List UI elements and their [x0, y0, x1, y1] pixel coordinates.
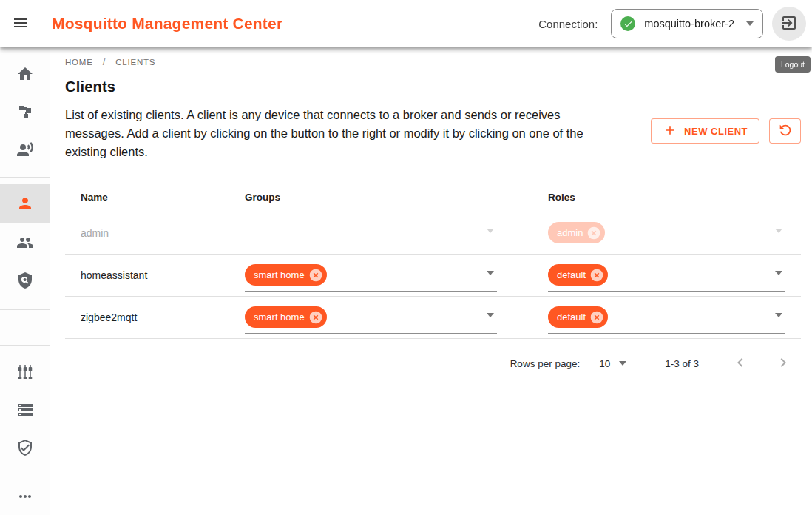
- client-name: homeassistant: [65, 269, 245, 281]
- breadcrumb-home-link[interactable]: HOME: [65, 58, 93, 67]
- main-content: HOME / CLIENTS Clients List of existing …: [50, 47, 812, 388]
- breadcrumb: HOME / CLIENTS: [65, 56, 801, 67]
- pagination: Rows per page: 10 1-3 of 3: [65, 339, 801, 388]
- groups-cell: smart home: [245, 301, 548, 334]
- chip-delete-icon[interactable]: [308, 310, 323, 325]
- sidebar-group: [0, 477, 50, 515]
- chevron-down-icon: [775, 229, 782, 233]
- connection-label: Connection:: [538, 18, 598, 30]
- people-icon: [16, 234, 34, 252]
- table-row-homeassistant[interactable]: homeassistantsmart homedefault: [65, 255, 801, 297]
- chip-smart-home[interactable]: smart home: [245, 264, 327, 286]
- shield-check-icon: [16, 439, 34, 457]
- table-body: adminadminhomeassistantsmart homedefault…: [65, 212, 801, 339]
- chip-label: default: [557, 312, 586, 323]
- chevron-down-icon: [487, 313, 494, 317]
- groups-select[interactable]: smart home: [245, 259, 497, 292]
- chip-label: default: [557, 269, 586, 280]
- chevron-down-icon: [746, 21, 754, 26]
- column-header-groups: Groups: [245, 192, 548, 203]
- rows-per-page-select[interactable]: 10: [599, 358, 626, 369]
- refresh-button[interactable]: [769, 118, 801, 144]
- hamburger-icon: [12, 14, 30, 34]
- sidebar-item-more-dots[interactable]: [0, 477, 50, 515]
- chip-delete-icon[interactable]: [589, 268, 604, 283]
- chip-label: admin: [557, 227, 583, 238]
- client-name: admin: [65, 227, 245, 239]
- voice-person-icon: [16, 141, 34, 158]
- connection-select[interactable]: mosquitto-broker-2: [611, 9, 763, 38]
- roles-select[interactable]: default: [548, 301, 785, 334]
- sidebar: [0, 47, 50, 515]
- shield-search-icon: [16, 272, 34, 289]
- groups-select[interactable]: smart home: [245, 301, 497, 334]
- sidebar-item-shield-search[interactable]: [0, 261, 50, 299]
- clients-table: Name Groups Roles adminadminhomeassistan…: [65, 183, 801, 388]
- new-client-button[interactable]: NEW CLIENT: [651, 118, 759, 144]
- chip-delete-icon[interactable]: [308, 268, 323, 283]
- refresh-icon: [777, 122, 794, 141]
- home-icon: [16, 65, 34, 83]
- logout-tooltip: Logout: [775, 56, 811, 73]
- sidebar-divider: [0, 474, 50, 474]
- app-header: Mosquitto Management Center Connection: …: [0, 0, 812, 47]
- chevron-right-icon: [774, 354, 792, 374]
- sidebar-group: [0, 310, 50, 345]
- table-header: Name Groups Roles: [65, 183, 801, 212]
- chevron-down-icon: [487, 229, 494, 233]
- column-header-roles: Roles: [548, 192, 801, 203]
- chip-default[interactable]: default: [548, 306, 608, 328]
- sidebar-divider: [0, 345, 50, 346]
- groups-cell: smart home: [245, 259, 548, 292]
- sidebar-item-people[interactable]: [0, 223, 50, 261]
- column-header-name: Name: [65, 192, 245, 203]
- page-title: Clients: [65, 78, 801, 95]
- chip-smart-home[interactable]: smart home: [245, 306, 327, 328]
- chip-default[interactable]: default: [548, 264, 608, 286]
- chevron-down-icon: [775, 313, 782, 317]
- app-title: Mosquitto Management Center: [52, 15, 282, 33]
- person-icon: [16, 195, 34, 212]
- table-row-zigbee2mqtt[interactable]: zigbee2mqttsmart homedefault: [65, 297, 801, 339]
- sidebar-item-home[interactable]: [0, 55, 50, 92]
- sidebar-item-shield-check[interactable]: [0, 428, 50, 466]
- sidebar-item-person[interactable]: [0, 184, 50, 223]
- logout-button[interactable]: [772, 7, 806, 41]
- sidebar-group: [0, 55, 50, 168]
- breadcrumb-separator: /: [103, 56, 106, 67]
- rows-per-page-label: Rows per page:: [510, 358, 581, 369]
- roles-cell: default: [548, 301, 801, 334]
- topology-icon: [16, 103, 34, 121]
- page-description: List of existing clients. A client is an…: [65, 106, 618, 161]
- chip-admin[interactable]: admin: [548, 222, 605, 243]
- previous-page-button[interactable]: [724, 347, 757, 380]
- sidebar-item-topology[interactable]: [0, 92, 50, 130]
- check-circle-icon: [620, 16, 635, 31]
- sidebar-item-voice-person[interactable]: [0, 130, 50, 168]
- sidebar-item-storage[interactable]: [0, 391, 50, 428]
- next-page-button[interactable]: [767, 347, 799, 380]
- roles-select[interactable]: default: [548, 259, 785, 292]
- menu-button[interactable]: [6, 9, 35, 38]
- plus-icon: [663, 123, 677, 140]
- rows-per-page-value: 10: [599, 358, 610, 369]
- new-client-label: NEW CLIENT: [684, 126, 748, 137]
- sidebar-item-sliders[interactable]: [0, 353, 50, 391]
- chevron-left-icon: [731, 354, 749, 374]
- roles-select[interactable]: admin: [548, 217, 785, 249]
- chip-label: smart home: [254, 312, 305, 323]
- groups-select[interactable]: [245, 217, 497, 249]
- chip-label: smart home: [254, 269, 305, 280]
- chevron-down-icon: [775, 271, 782, 275]
- exit-to-app-icon: [780, 14, 798, 34]
- chip-delete-icon[interactable]: [586, 226, 601, 240]
- connection-value: mosquitto-broker-2: [644, 18, 734, 30]
- chip-delete-icon[interactable]: [589, 310, 604, 325]
- storage-icon: [16, 401, 34, 419]
- table-row-admin[interactable]: adminadmin: [65, 212, 801, 255]
- sliders-icon: [16, 363, 34, 381]
- sidebar-group: [0, 184, 50, 299]
- groups-cell: [245, 217, 548, 249]
- sidebar-divider: [0, 177, 50, 178]
- chevron-down-icon: [487, 271, 494, 275]
